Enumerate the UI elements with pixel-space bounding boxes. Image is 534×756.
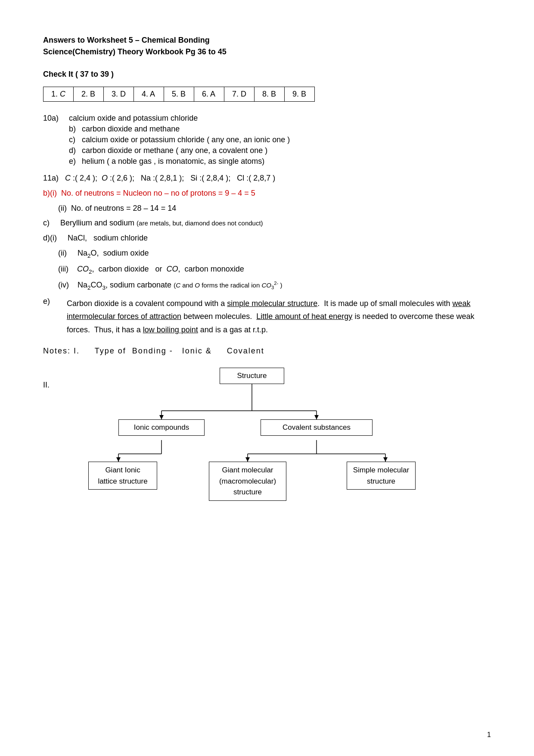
header-line2: Science(Chemistry) Theory Workbook Pg 36…	[43, 46, 491, 58]
q11e-underline1: simple molecular structure	[227, 299, 317, 308]
q11c-small: (are metals, but, diamond does not condu…	[137, 219, 263, 227]
notes-line1: Notes: I. Type of Bonding - Ionic & Cova…	[43, 347, 491, 356]
q10c-label: c)	[56, 135, 82, 144]
page-number: 1	[487, 731, 491, 739]
q11dii-text: (ii) Na2O, sodium oxide	[56, 249, 149, 257]
q11e-text: Carbon dioxide is a covalent compound wi…	[67, 297, 491, 337]
q11e-label: e)	[43, 297, 67, 337]
svg-marker-3	[159, 415, 164, 419]
diagram-row: II.	[43, 363, 491, 510]
q10e-item: e) helium ( a noble gas , is monatomic, …	[43, 157, 491, 166]
q10-section: 10a) calcium oxide and potassium chlorid…	[43, 114, 491, 166]
mcq-cell-5: 5. B	[164, 87, 194, 102]
q10d-text: carbon dioxide or methane ( any one, a c…	[82, 146, 267, 155]
q11e-section: e) Carbon dioxide is a covalent compound…	[43, 297, 491, 337]
giant-molecular-label: Giant molecular(macromolecular)structure	[219, 466, 276, 496]
covalent-substances-label: Covalent substances	[283, 423, 351, 431]
q11dii-line: (ii) Na2O, sodium oxide	[56, 247, 491, 260]
mcq-cell-6: 6. A	[194, 87, 224, 102]
svg-marker-9	[116, 457, 121, 462]
svg-marker-15	[383, 457, 388, 462]
mcq-cell-8: 8. B	[255, 87, 285, 102]
check-it-title: Check It ( 37 to 39 )	[43, 70, 491, 79]
notes-section: Notes: I. Type of Bonding - Ionic & Cova…	[43, 347, 491, 510]
giant-ionic-box: Giant Ioniclattice structure	[88, 462, 157, 490]
q10b-text: carbon dioxide and methane	[82, 125, 180, 134]
q11a-text: 11a) C :( 2,4 ); O :( 2,6 ); Na :( 2,8,1…	[43, 174, 275, 182]
structure-label: Structure	[237, 372, 267, 380]
svg-marker-5	[314, 415, 319, 419]
q11e-underline3: Little amount of heat energy	[256, 312, 352, 321]
q10e-text: helium ( a noble gas , is monatomic, as …	[82, 157, 264, 166]
q10d-item: d) carbon dioxide or methane ( any one, …	[43, 146, 491, 155]
q11bi-line: b)(i) No. of neutrons = Nucleon no – no …	[43, 187, 491, 200]
mcq-cell-1: 1. C	[43, 87, 74, 102]
q10c-item: c) calcium oxide or potassium chloride (…	[43, 135, 491, 144]
ionic-compounds-box: Ionic compounds	[118, 419, 205, 436]
mcq-table: 1. C 2. B 3. D 4. A 5. B 6. A 7. D 8. B …	[43, 87, 315, 102]
covalent-substances-box: Covalent substances	[261, 419, 373, 436]
page-header: Answers to Worksheet 5 – Chemical Bondin…	[43, 34, 491, 58]
q11diii-line: (iii) CO2, carbon dioxide or CO, carbon …	[56, 263, 491, 276]
tree-diagram: Structure Ionic compounds Covalent subst…	[67, 363, 437, 510]
q11c-label: c) Beryllium and sodium	[43, 219, 137, 227]
q10e-label: e)	[56, 157, 82, 166]
mcq-row: 1. C 2. B 3. D 4. A 5. B 6. A 7. D 8. B …	[43, 87, 315, 102]
svg-marker-13	[245, 457, 250, 462]
mcq-cell-7: 7. D	[224, 87, 255, 102]
q10b-item: b) carbon dioxide and methane	[43, 125, 491, 134]
ionic-compounds-label: Ionic compounds	[134, 423, 189, 431]
q11div-text: (iv) Na2CO3, sodium carbonate (C and O f…	[56, 281, 282, 289]
q11e-underline4: low boiling point	[143, 325, 198, 334]
q11bi-text: b)(i) No. of neutrons = Nucleon no – no …	[43, 189, 255, 197]
q10a-item: 10a) calcium oxide and potassium chlorid…	[43, 114, 491, 123]
q11div-line: (iv) Na2CO3, sodium carbonate (C and O f…	[56, 279, 491, 292]
structure-box: Structure	[220, 368, 284, 384]
header-line1: Answers to Worksheet 5 – Chemical Bondin…	[43, 34, 491, 46]
q11bii-text: (ii) No. of neutrons = 28 – 14 = 14	[56, 204, 176, 212]
notes-text: Notes: I. Type of Bonding - Ionic & Cova…	[43, 347, 264, 355]
q10b-label: b)	[56, 125, 82, 134]
q11c-line: c) Beryllium and sodium (are metals, but…	[43, 217, 491, 229]
simple-molecular-box: Simple molecularstructure	[347, 462, 416, 490]
q11a-line: 11a) C :( 2,4 ); O :( 2,6 ); Na :( 2,8,1…	[43, 172, 491, 184]
notes-ii-label: II.	[43, 381, 50, 390]
q10a-text: calcium oxide and potassium chloride	[69, 114, 198, 123]
q10a-label: 10a)	[43, 114, 69, 123]
q11diii-text: (iii) CO2, carbon dioxide or CO, carbon …	[56, 265, 244, 273]
simple-molecular-label: Simple molecularstructure	[353, 466, 409, 485]
mcq-cell-2: 2. B	[74, 87, 104, 102]
mcq-cell-3: 3. D	[104, 87, 134, 102]
q11bii-line: (ii) No. of neutrons = 28 – 14 = 14	[56, 202, 491, 215]
mcq-cell-9: 9. B	[285, 87, 315, 102]
q11di-line: d)(i) NaCl, sodium chloride	[43, 232, 491, 244]
q10c-text: calcium oxide or potassium chloride ( an…	[82, 135, 290, 144]
q11di-label: d)(i) NaCl, sodium chloride	[43, 234, 148, 242]
giant-ionic-label: Giant Ioniclattice structure	[98, 466, 147, 485]
giant-molecular-box: Giant molecular(macromolecular)structure	[209, 462, 286, 501]
q11-section: 11a) C :( 2,4 ); O :( 2,6 ); Na :( 2,8,1…	[43, 172, 491, 336]
check-it-section: Check It ( 37 to 39 ) 1. C 2. B 3. D 4. …	[43, 70, 491, 102]
q10d-label: d)	[56, 146, 82, 155]
mcq-cell-4: 4. A	[134, 87, 164, 102]
